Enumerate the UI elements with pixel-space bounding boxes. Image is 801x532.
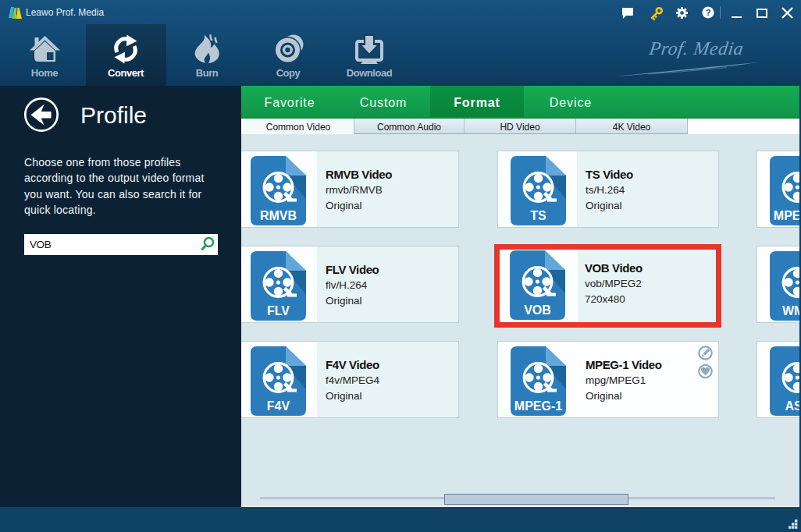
svg-text:MPEG-1: MPEG-1 (514, 399, 562, 413)
svg-text:Prof. Media: Prof. Media (647, 38, 745, 59)
svg-text:WMV: WMV (781, 304, 799, 317)
svg-text:TS: TS (530, 209, 546, 222)
svg-text:?: ? (706, 8, 711, 17)
svg-text:ASF: ASF (785, 399, 799, 413)
svg-text:RMVB: RMVB (260, 209, 297, 222)
svg-text:MPEG-2: MPEG-2 (773, 209, 799, 222)
svg-text:F4V: F4V (267, 399, 290, 413)
svg-text:FLV: FLV (267, 304, 290, 317)
